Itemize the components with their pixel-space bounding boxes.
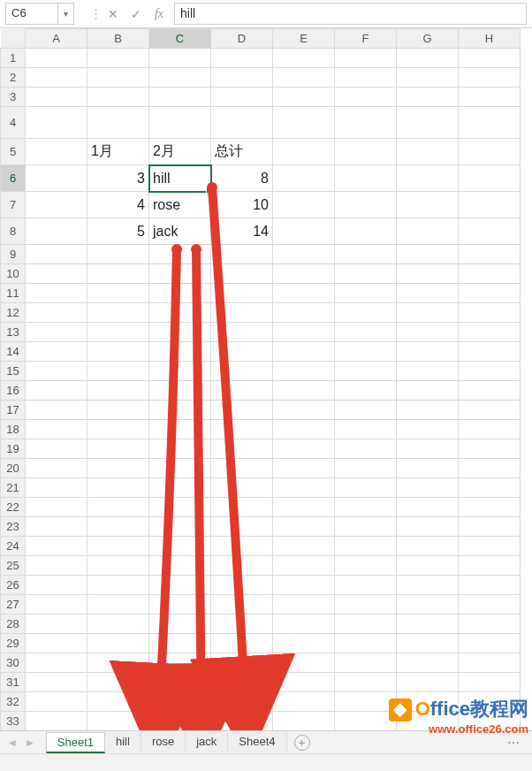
cell-F27[interactable] [335,595,397,615]
cell-G9[interactable] [397,245,459,264]
cell-G2[interactable] [397,68,459,88]
cell-A16[interactable] [26,381,87,401]
cell-H23[interactable] [459,517,521,537]
cell-E10[interactable] [273,264,335,284]
cell-G7[interactable] [397,192,459,218]
cell-F33[interactable] [335,712,397,731]
tab-nav-buttons[interactable]: ◄ ► [5,735,37,751]
cell-G3[interactable] [397,88,459,107]
cell-C22[interactable] [149,498,211,517]
cell-H10[interactable] [459,264,521,284]
cell-D1[interactable] [211,49,273,68]
cell-B6[interactable]: 3 [87,165,149,192]
row-header-17[interactable]: 17 [1,401,26,420]
cell-B32[interactable] [87,692,149,712]
formula-cancel-icon[interactable]: ✕ [102,0,125,27]
cell-A23[interactable] [26,517,87,537]
cell-F3[interactable] [335,88,397,107]
cell-B2[interactable] [87,68,149,88]
cell-D14[interactable] [211,342,273,362]
row-header-11[interactable]: 11 [1,284,26,303]
cell-F16[interactable] [335,381,397,401]
cell-C2[interactable] [149,68,211,88]
cell-F8[interactable] [335,218,397,245]
cell-A20[interactable] [26,459,87,478]
cell-D25[interactable] [211,556,273,576]
cell-C7[interactable]: rose [149,192,211,218]
cell-A28[interactable] [26,615,87,634]
row-header-24[interactable]: 24 [1,537,26,556]
cell-G26[interactable] [397,576,459,595]
cell-B27[interactable] [87,595,149,615]
cell-F23[interactable] [335,517,397,537]
insert-function-button[interactable]: fx [148,0,171,27]
cell-D9[interactable] [211,245,273,264]
cell-C26[interactable] [149,576,211,595]
cell-H19[interactable] [459,439,521,459]
cell-A11[interactable] [26,284,87,303]
cell-A29[interactable] [26,634,87,653]
cell-B18[interactable] [87,420,149,439]
cell-H25[interactable] [459,556,521,576]
sheet-tab-Sheet1[interactable]: Sheet1 [46,732,105,753]
cell-G15[interactable] [397,362,459,381]
sheet-tab-rose[interactable]: rose [141,732,186,752]
cell-D22[interactable] [211,498,273,517]
cell-E25[interactable] [273,556,335,576]
cell-C15[interactable] [149,362,211,381]
cell-E9[interactable] [273,245,335,264]
cell-A6[interactable] [26,165,87,192]
cell-F13[interactable] [335,323,397,342]
cell-E17[interactable] [273,401,335,420]
cell-D16[interactable] [211,381,273,401]
cell-B13[interactable] [87,323,149,342]
cell-F15[interactable] [335,362,397,381]
cell-D3[interactable] [211,88,273,107]
cell-G16[interactable] [397,381,459,401]
cell-C9[interactable] [149,245,211,264]
row-header-4[interactable]: 4 [1,107,26,139]
cell-H21[interactable] [459,478,521,498]
cell-D17[interactable] [211,401,273,420]
cell-H6[interactable] [459,165,521,192]
cell-A1[interactable] [26,49,87,68]
cell-A14[interactable] [26,342,87,362]
row-header-15[interactable]: 15 [1,362,26,381]
cell-C13[interactable] [149,323,211,342]
cell-E26[interactable] [273,576,335,595]
formula-input[interactable]: hill [174,3,527,25]
cell-D10[interactable] [211,264,273,284]
cell-E8[interactable] [273,218,335,245]
cell-A32[interactable] [26,692,87,712]
cell-F31[interactable] [335,673,397,692]
cell-H3[interactable] [459,88,521,107]
cell-E21[interactable] [273,478,335,498]
cell-G22[interactable] [397,498,459,517]
cell-F6[interactable] [335,165,397,192]
row-header-25[interactable]: 25 [1,556,26,576]
cell-H28[interactable] [459,615,521,634]
cell-A25[interactable] [26,556,87,576]
cell-B14[interactable] [87,342,149,362]
cell-C21[interactable] [149,478,211,498]
cell-G30[interactable] [397,653,459,673]
cell-D8[interactable]: 14 [211,218,273,245]
cell-A27[interactable] [26,595,87,615]
cell-B21[interactable] [87,478,149,498]
cell-B30[interactable] [87,653,149,673]
cell-H31[interactable] [459,673,521,692]
cell-H18[interactable] [459,420,521,439]
cell-E32[interactable] [273,692,335,712]
cell-B11[interactable] [87,284,149,303]
cell-E7[interactable] [273,192,335,218]
cell-H29[interactable] [459,634,521,653]
cell-C18[interactable] [149,420,211,439]
cell-E30[interactable] [273,653,335,673]
row-header-13[interactable]: 13 [1,323,26,342]
cell-C6[interactable]: hill [149,165,211,192]
col-header-B[interactable]: B [87,29,149,49]
cell-B3[interactable] [87,88,149,107]
cell-C11[interactable] [149,284,211,303]
cell-F14[interactable] [335,342,397,362]
cell-E1[interactable] [273,49,335,68]
